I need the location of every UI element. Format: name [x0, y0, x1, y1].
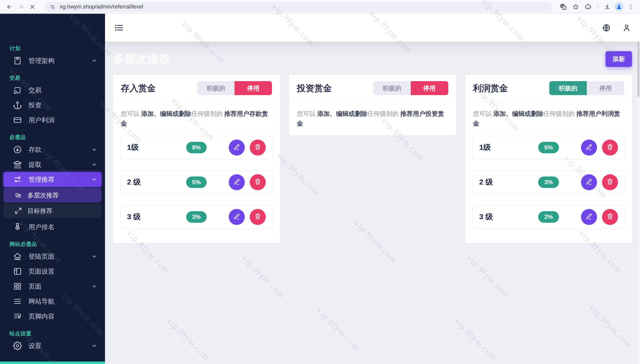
level-row: 2 级5% — [120, 170, 273, 194]
sidebar-item-site-navigation[interactable]: 网站导航 — [0, 294, 105, 309]
sidebar-item-withdrawals[interactable]: 提取 — [0, 157, 105, 172]
description-segment: 您可以 — [473, 110, 494, 117]
description-segment: 添加、编辑或删除 — [317, 110, 367, 117]
sidebar-item-manage-referral[interactable]: 管理推荐 — [4, 172, 102, 187]
toggle-option-disabled[interactable]: 停用 — [587, 81, 624, 95]
forward-button[interactable] — [16, 2, 26, 12]
menu-icon — [13, 297, 22, 306]
sidebar-subitem-label: 目标推荐 — [28, 207, 53, 215]
sidebar-item-label: 存款 — [29, 145, 42, 154]
sidebar-item-user-ranking[interactable]: 用户排名 — [0, 220, 105, 234]
row-actions — [229, 174, 266, 190]
sidebar-section-label-plan: 计划 — [10, 45, 105, 52]
sidebar-subitem-label: 多层次推荐 — [28, 191, 59, 200]
delete-button[interactable] — [602, 140, 618, 156]
level-rows: 1级5%2 级3%3 级2% — [465, 135, 632, 243]
edit-button[interactable] — [229, 140, 245, 156]
sidebar-submenu-manage-referral: 多层次推荐目标推荐 — [4, 188, 102, 218]
edit-button[interactable] — [229, 174, 245, 190]
card-description: 您可以 添加、编辑或删除任何级别的 推荐用户存款赏金 — [113, 102, 280, 135]
row-actions — [229, 140, 266, 156]
profile-avatar[interactable] — [614, 2, 623, 11]
delete-button[interactable] — [250, 209, 266, 225]
pencil-icon — [585, 178, 593, 186]
sidebar-item-target-referral[interactable]: 目标推荐 — [4, 204, 102, 218]
bonus-cards: 存入赏金积极的停用您可以 添加、编辑或删除任何级别的 推荐用户存款赏金1级8%2… — [105, 74, 640, 244]
level-percent-badge: 3% — [538, 176, 559, 188]
edit-button[interactable] — [229, 209, 245, 225]
delete-button[interactable] — [250, 174, 266, 190]
main-area: 多层次推荐 添新 存入赏金积极的停用您可以 添加、编辑或删除任何级别的 推荐用户… — [105, 14, 640, 364]
delete-button[interactable] — [602, 174, 618, 190]
sidebar-section-label-site-essentials: 网站必需品 — [10, 240, 105, 248]
back-button[interactable] — [4, 2, 15, 12]
page-scrollbar[interactable] — [636, 14, 640, 364]
delete-button[interactable] — [602, 209, 618, 225]
address-bar[interactable]: xg.hwym.shop/admin/referral/level — [45, 2, 552, 12]
edit-button[interactable] — [581, 174, 597, 190]
stop-reload-button[interactable] — [27, 2, 38, 12]
toolbar-divider — [597, 4, 598, 10]
description-segment: 任何级别的 — [191, 110, 224, 117]
toggle-option-disabled[interactable]: 停用 — [411, 81, 448, 95]
sidebar-item-settings[interactable]: 设置 — [0, 338, 105, 353]
chevron-up-icon — [91, 176, 98, 183]
download-icon[interactable] — [602, 2, 612, 12]
kebab-menu-icon[interactable] — [625, 2, 636, 12]
browser-actions: G文 — [558, 2, 636, 12]
profit-bonus-card: 利润赏金积极的停用您可以 添加、编辑或删除任何级别的 推荐用户利润赏金1级5%2… — [465, 74, 632, 244]
toggle-option-disabled[interactable]: 停用 — [235, 81, 272, 95]
toggle-option-active[interactable]: 积极的 — [197, 81, 235, 95]
sidebar-item-investments[interactable]: 投资 — [0, 98, 105, 112]
toggle-option-active[interactable]: 积极的 — [549, 81, 587, 95]
row-actions — [581, 174, 618, 190]
user-icon[interactable] — [622, 24, 631, 32]
pencil-icon — [233, 143, 241, 152]
sliders-icon — [13, 175, 22, 184]
sidebar-item-multi-level-referral[interactable]: 多层次推荐 — [4, 188, 102, 202]
status-toggle: 积极的停用 — [549, 81, 624, 95]
site-info-icon[interactable] — [50, 4, 56, 10]
add-new-button[interactable]: 添新 — [605, 51, 632, 67]
globe-icon[interactable] — [602, 24, 611, 32]
sidebar-item-user-profits[interactable]: 用户利润 — [0, 112, 105, 128]
sidebar-item-page-settings[interactable]: 页面设置 — [0, 264, 105, 279]
description-segment: 您可以 — [297, 110, 317, 117]
content-area: 多层次推荐 添新 存入赏金积极的停用您可以 添加、编辑或删除任何级别的 推荐用户… — [105, 42, 640, 364]
credit-card-icon — [13, 116, 22, 124]
sidebar-item-pages[interactable]: 页面 — [0, 279, 105, 294]
browser-toolbar: xg.hwym.shop/admin/referral/level G文 — [0, 0, 640, 14]
edit-button[interactable] — [581, 209, 597, 225]
pencil-icon — [585, 143, 593, 152]
level-row: 3 级3% — [120, 205, 273, 229]
sidebar-item-footer-content[interactable]: 页脚内容 — [0, 309, 105, 324]
bookmark-star-icon[interactable] — [570, 2, 581, 12]
row-actions — [581, 209, 618, 225]
edit-button[interactable] — [581, 140, 597, 156]
row-actions — [229, 209, 266, 225]
sidebar-item-label: 管理推荐 — [29, 175, 55, 184]
sidebar-toggle-button[interactable] — [114, 23, 124, 33]
level-row: 2 级3% — [473, 170, 625, 194]
toggle-option-active[interactable]: 积极的 — [373, 81, 411, 95]
delete-button[interactable] — [250, 140, 266, 156]
level-label: 1级 — [127, 142, 139, 152]
sidebar-item-deposits[interactable]: 存款 — [0, 142, 105, 157]
deposit-bonus-card: 存入赏金积极的停用您可以 添加、编辑或删除任何级别的 推荐用户存款赏金1级8%2… — [112, 74, 280, 244]
url-text[interactable]: xg.hwym.shop/admin/referral/level — [60, 4, 143, 10]
arrow-down-circle-icon — [13, 145, 22, 154]
description-segment: 添加、编辑或删除 — [494, 110, 543, 117]
sidebar-section-label-trade: 交易 — [10, 74, 105, 82]
trash-icon — [254, 143, 262, 152]
sidebar-item-manage-structure[interactable]: 管理架构 — [0, 53, 105, 68]
sidebar-item-label: 用户利润 — [29, 116, 55, 124]
extensions-icon[interactable] — [583, 2, 593, 12]
sidebar-item-landing-page[interactable]: 登陆页面 — [0, 249, 105, 264]
sidebar-item-label: 网站导航 — [29, 297, 55, 306]
sidebar-item-transactions[interactable]: 交易 — [0, 83, 105, 98]
card-title: 投资赏金 — [297, 82, 332, 94]
translate-icon[interactable]: G文 — [558, 2, 568, 12]
card-header: 投资赏金积极的停用 — [289, 75, 456, 102]
trash-icon — [606, 213, 614, 221]
card-header: 存入赏金积极的停用 — [113, 75, 280, 102]
